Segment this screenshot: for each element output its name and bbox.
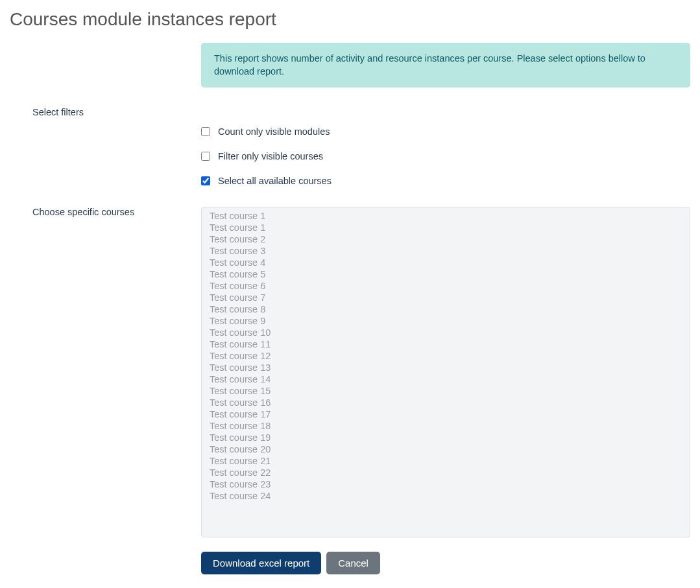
course-option[interactable]: Test course 19 (207, 432, 684, 443)
course-option[interactable]: Test course 14 (207, 373, 684, 385)
filter-visible-courses-label[interactable]: Filter only visible courses (218, 151, 323, 161)
course-option[interactable]: Test course 9 (207, 315, 684, 327)
course-option[interactable]: Test course 10 (207, 327, 684, 338)
course-option[interactable]: Test course 5 (207, 268, 684, 280)
course-option[interactable]: Test course 13 (207, 362, 684, 373)
choose-courses-label: Choose specific courses (32, 207, 201, 217)
filter-visible-courses-checkbox[interactable] (201, 152, 210, 161)
course-option[interactable]: Test course 18 (207, 420, 684, 432)
course-option[interactable]: Test course 15 (207, 385, 684, 397)
course-option[interactable]: Test course 2 (207, 233, 684, 245)
info-banner: This report shows number of activity and… (201, 43, 690, 88)
course-option[interactable]: Test course 23 (207, 478, 684, 490)
course-option[interactable]: Test course 6 (207, 280, 684, 292)
course-option[interactable]: Test course 4 (207, 257, 684, 268)
cancel-button[interactable]: Cancel (326, 552, 380, 574)
page-title: Courses module instances report (10, 9, 690, 30)
course-option[interactable]: Test course 22 (207, 467, 684, 478)
course-option[interactable]: Test course 16 (207, 397, 684, 408)
count-visible-modules-label[interactable]: Count only visible modules (218, 126, 330, 137)
course-option[interactable]: Test course 12 (207, 350, 684, 362)
select-all-courses-checkbox[interactable] (201, 176, 210, 185)
courses-multiselect[interactable]: Test course 1Test course 1Test course 2T… (201, 207, 690, 537)
count-visible-modules-checkbox[interactable] (201, 127, 210, 136)
course-option[interactable]: Test course 11 (207, 338, 684, 350)
course-option[interactable]: Test course 3 (207, 245, 684, 257)
course-option[interactable]: Test course 7 (207, 292, 684, 303)
select-all-courses-label[interactable]: Select all available courses (218, 176, 332, 186)
course-option[interactable]: Test course 17 (207, 408, 684, 420)
course-option[interactable]: Test course 24 (207, 490, 684, 502)
download-report-button[interactable]: Download excel report (201, 552, 321, 574)
course-option[interactable]: Test course 1 (207, 222, 684, 233)
course-option[interactable]: Test course 21 (207, 455, 684, 467)
course-option[interactable]: Test course 8 (207, 303, 684, 315)
course-option[interactable]: Test course 20 (207, 443, 684, 455)
course-option[interactable]: Test course 1 (207, 210, 684, 222)
filters-section-label: Select filters (32, 107, 201, 117)
